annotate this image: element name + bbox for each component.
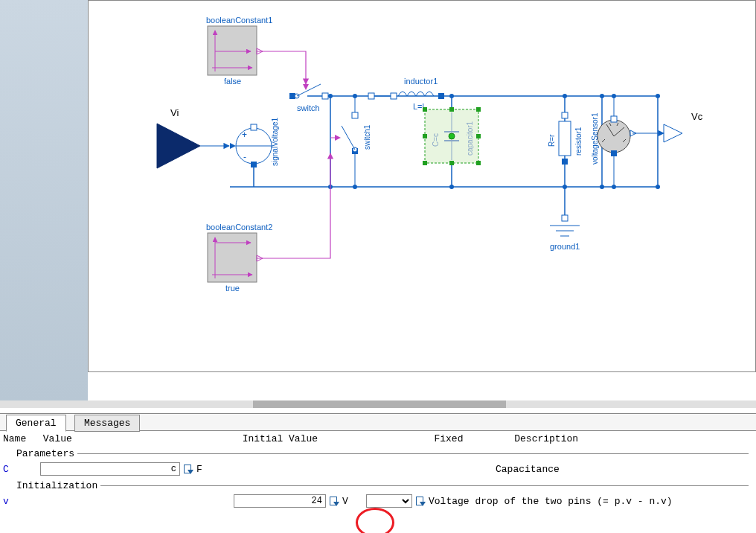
svg-rect-104 — [368, 93, 374, 99]
svg-text:capacitor1: capacitor1 — [466, 121, 474, 156]
fixed-combo-v[interactable] — [366, 494, 412, 508]
tab-general[interactable]: General — [6, 415, 66, 432]
edit-icon[interactable] — [415, 496, 426, 506]
svg-point-5 — [328, 94, 333, 98]
svg-text:C=c: C=c — [432, 133, 440, 147]
desc-v: Voltage drop of the two pins (= p.v - n.… — [429, 496, 673, 507]
svg-point-95 — [612, 94, 616, 98]
svg-text:resistor1: resistor1 — [574, 127, 583, 156]
vi-label: Vi — [170, 107, 179, 118]
svg-point-13 — [656, 94, 660, 98]
group-parameters-legend: Parameters — [13, 448, 77, 459]
param-name-C: C — [3, 464, 40, 475]
svg-point-12 — [600, 185, 604, 189]
input-vi[interactable]: Vi — [157, 107, 200, 168]
svg-rect-91 — [611, 116, 617, 122]
inductor1[interactable]: inductor1 L=l — [371, 77, 444, 111]
edit-icon[interactable] — [329, 496, 339, 506]
svg-text:voltageSensor1: voltageSensor1 — [591, 112, 599, 165]
capacitor1[interactable]: capacitor1 C=c — [423, 107, 481, 165]
svg-rect-92 — [611, 150, 617, 156]
annotation-red-circle — [356, 508, 394, 533]
group-initialization: Initialization v V Voltage drop of the t… — [13, 480, 749, 509]
workspace: Vi Vc booleanConstant1 false — [0, 0, 756, 400]
svg-point-9 — [563, 94, 567, 98]
svg-marker-45 — [303, 84, 309, 90]
vc-label: Vc — [691, 111, 703, 122]
svg-rect-67 — [476, 161, 481, 165]
svg-line-44 — [297, 84, 321, 96]
svg-rect-80 — [562, 112, 568, 118]
voltage-sensor-1[interactable]: voltageSensor1 — [591, 94, 636, 189]
unit-F: F — [196, 464, 207, 475]
edit-icon[interactable] — [183, 464, 193, 474]
svg-marker-17 — [157, 124, 200, 168]
switch-top[interactable]: switch — [289, 84, 328, 112]
svg-text:R=r: R=r — [548, 134, 556, 147]
panel-tabs: General Messages — [0, 414, 756, 431]
svg-rect-47 — [352, 112, 358, 118]
svg-rect-71 — [476, 134, 481, 138]
splitter[interactable] — [0, 400, 756, 408]
svg-text:-: - — [243, 152, 246, 162]
svg-rect-58 — [391, 93, 397, 99]
svg-point-96 — [612, 185, 616, 189]
svg-rect-64 — [423, 107, 427, 112]
svg-marker-18 — [664, 124, 682, 142]
row-C: C F Capacitance — [13, 461, 749, 477]
group-parameters: Parameters C F Capacitance — [13, 448, 749, 477]
svg-line-50 — [342, 126, 355, 150]
svg-point-11 — [600, 94, 604, 98]
svg-text:false: false — [224, 77, 241, 86]
tab-messages[interactable]: Messages — [74, 415, 140, 432]
svg-point-14 — [656, 185, 660, 189]
unit-V: V — [342, 496, 354, 507]
output-vc[interactable]: Vc — [664, 111, 703, 142]
svg-text:ground1: ground1 — [550, 242, 580, 251]
var-name-v: v — [3, 496, 40, 507]
diagram-canvas[interactable]: Vi Vc booleanConstant1 false — [88, 0, 756, 372]
svg-rect-59 — [438, 93, 444, 99]
boolean-constant-2[interactable]: booleanConstant2 true — [206, 223, 272, 293]
svg-rect-42 — [322, 93, 328, 99]
sidebar-gradient — [0, 0, 88, 400]
svg-rect-66 — [423, 161, 427, 165]
svg-text:inductor1: inductor1 — [404, 77, 438, 86]
svg-rect-68 — [449, 107, 454, 112]
svg-text:+: + — [242, 130, 247, 140]
row-v: v V Voltage drop of the two pins (= p.v … — [13, 493, 749, 509]
svg-rect-79 — [559, 121, 571, 156]
svg-text:true: true — [225, 284, 240, 293]
svg-marker-39 — [230, 143, 236, 149]
initial-value-v[interactable] — [234, 494, 326, 508]
signal-voltage-1[interactable]: + - signalVoltage1 — [230, 118, 279, 167]
svg-rect-65 — [476, 107, 481, 112]
svg-rect-69 — [449, 161, 454, 165]
svg-text:booleanConstant2: booleanConstant2 — [206, 223, 272, 232]
switch1[interactable]: switch1 — [330, 94, 371, 189]
svg-text:signalVoltage1: signalVoltage1 — [271, 118, 279, 166]
svg-text:switch: switch — [297, 103, 320, 112]
svg-rect-37 — [251, 124, 257, 130]
column-headers: Name Value Initial Value Fixed Descripti… — [0, 431, 756, 447]
svg-point-54 — [353, 185, 357, 189]
svg-point-72 — [449, 133, 455, 139]
diagram-svg: Vi Vc booleanConstant1 false — [89, 1, 755, 371]
svg-rect-70 — [423, 134, 427, 138]
svg-point-53 — [353, 94, 357, 98]
svg-text:L=l: L=l — [413, 102, 424, 111]
svg-rect-81 — [562, 159, 568, 165]
svg-rect-38 — [251, 162, 257, 167]
svg-text:switch1: switch1 — [363, 124, 371, 150]
svg-marker-55 — [335, 135, 341, 141]
svg-point-7 — [449, 94, 454, 98]
param-value-C[interactable] — [40, 462, 180, 476]
ground1[interactable]: ground1 — [550, 215, 580, 251]
svg-rect-99 — [562, 215, 568, 221]
group-init-legend: Initialization — [13, 480, 100, 491]
svg-text:booleanConstant1: booleanConstant1 — [206, 16, 272, 25]
svg-point-10 — [563, 185, 567, 189]
properties-panel: General Messages Name Value Initial Valu… — [0, 413, 756, 533]
boolean-constant-1[interactable]: booleanConstant1 false — [206, 16, 272, 86]
svg-point-8 — [449, 185, 454, 189]
